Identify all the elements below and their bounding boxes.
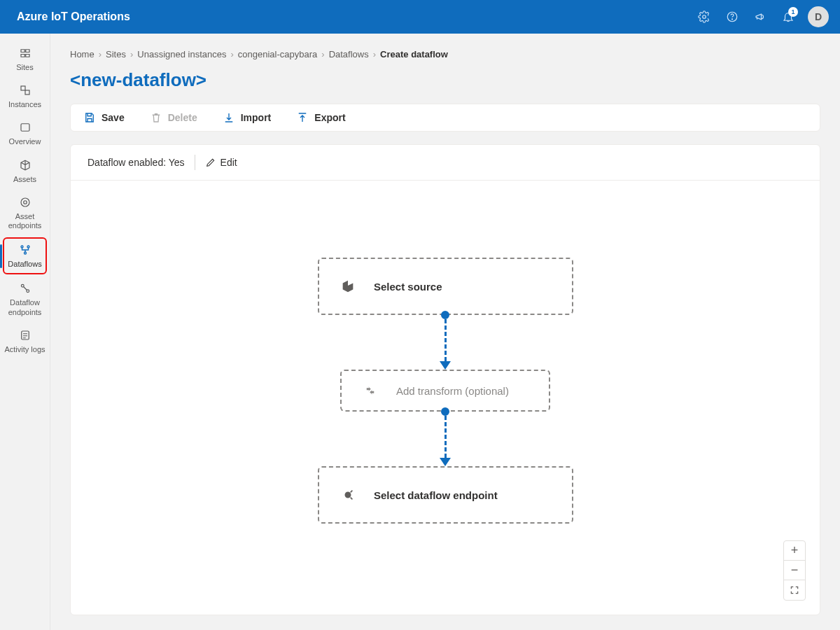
toolbar: Save Delete Import Export (70, 104, 820, 132)
svg-point-12 (26, 290, 29, 293)
edit-button[interactable]: Edit (205, 157, 237, 168)
sidebar-item-label: Dataflows (8, 260, 41, 269)
breadcrumb-link[interactable]: congenial-capybara (238, 49, 317, 59)
connector (440, 412, 451, 466)
cube-icon (340, 279, 356, 294)
svg-point-10 (24, 252, 26, 254)
gear-icon (698, 10, 710, 23)
breadcrumb-current: Create dataflow (380, 49, 448, 59)
sidebar-item-sites[interactable]: Sites (0, 41, 50, 78)
fit-icon (790, 585, 799, 595)
notifications-button[interactable]: 1 (774, 3, 802, 31)
sidebar-item-asset-endpoints[interactable]: Asset endpoints (0, 190, 50, 236)
sidebar-item-activity-logs[interactable]: Activity logs (0, 323, 50, 360)
sidebar-item-label: Dataflow endpoints (3, 298, 47, 316)
settings-button[interactable] (690, 3, 718, 31)
delete-button: Delete (150, 111, 197, 124)
sidebar-item-dataflows[interactable]: Dataflows (3, 237, 47, 274)
svg-point-6 (23, 201, 27, 204)
top-bar: Azure IoT Operations 1 D (0, 0, 840, 34)
node-label: Add transform (optional) (396, 385, 509, 397)
select-source-node[interactable]: Select source (318, 258, 573, 315)
sidebar: Sites Instances Overview Assets Asset en… (0, 34, 50, 630)
page-title: <new-dataflow> (70, 69, 820, 91)
overview-icon (18, 120, 32, 134)
sidebar-item-assets[interactable]: Assets (0, 153, 50, 190)
svg-rect-3 (21, 86, 25, 90)
svg-point-7 (21, 198, 29, 206)
sidebar-item-dataflow-endpoints[interactable]: Dataflow endpoints (0, 276, 50, 322)
product-name: Azure IoT Operations (17, 10, 690, 23)
svg-point-0 (703, 15, 706, 19)
sidebar-item-label: Assets (13, 175, 36, 184)
zoom-controls: + − (783, 540, 806, 601)
megaphone-icon (754, 10, 766, 23)
svg-point-9 (27, 246, 29, 248)
asset-endpoints-icon (18, 195, 32, 209)
help-icon (726, 10, 738, 23)
zoom-fit-button[interactable] (784, 580, 805, 600)
zoom-in-button[interactable]: + (784, 541, 805, 561)
help-button[interactable] (718, 3, 746, 31)
breadcrumb: Home› Sites› Unassigned instances› conge… (70, 49, 820, 59)
sites-icon (18, 46, 32, 60)
import-button[interactable]: Import (223, 111, 272, 124)
pencil-icon (205, 157, 216, 168)
avatar[interactable]: D (808, 6, 829, 27)
dataflow-endpoints-icon (18, 281, 32, 295)
sidebar-item-label: Overview (9, 137, 41, 146)
feedback-button[interactable] (746, 3, 774, 31)
breadcrumb-link[interactable]: Dataflows (329, 49, 369, 59)
select-endpoint-node[interactable]: Select dataflow endpoint (318, 466, 573, 524)
sidebar-item-label: Activity logs (4, 345, 45, 354)
breadcrumb-link[interactable]: Home (70, 49, 94, 59)
endpoint-icon (340, 487, 356, 503)
svg-rect-5 (21, 124, 29, 132)
export-button[interactable]: Export (296, 111, 345, 124)
save-button[interactable]: Save (83, 111, 125, 124)
dataflow-enabled-label: Dataflow enabled: Yes (88, 157, 185, 168)
activity-logs-icon (18, 328, 32, 342)
zoom-out-button[interactable]: − (784, 561, 805, 580)
dataflow-canvas[interactable]: Select source Add transform (optional) (71, 181, 820, 615)
download-icon (223, 111, 235, 124)
sidebar-item-label: Sites (16, 63, 33, 72)
sidebar-item-label: Instances (8, 100, 41, 109)
svg-point-11 (21, 285, 24, 288)
dataflow-canvas-card: Dataflow enabled: Yes Edit Select source (70, 144, 820, 615)
transform-icon (363, 383, 378, 398)
breadcrumb-link[interactable]: Unassigned instances (137, 49, 226, 59)
save-icon (83, 111, 96, 124)
node-label: Select source (374, 281, 442, 293)
notification-badge: 1 (788, 7, 798, 17)
main-content: Home› Sites› Unassigned instances› conge… (50, 34, 840, 630)
node-label: Select dataflow endpoint (374, 489, 498, 501)
sidebar-item-label: Asset endpoints (3, 212, 47, 230)
upload-icon (296, 111, 309, 124)
connector (440, 315, 451, 370)
svg-rect-4 (25, 90, 29, 94)
sidebar-item-instances[interactable]: Instances (0, 78, 50, 115)
sidebar-item-overview[interactable]: Overview (0, 115, 50, 152)
svg-point-2 (732, 19, 733, 20)
dataflow-enabled-bar: Dataflow enabled: Yes Edit (71, 145, 820, 181)
trash-icon (150, 111, 162, 124)
instances-icon (18, 83, 32, 97)
breadcrumb-link[interactable]: Sites (106, 49, 126, 59)
add-transform-node[interactable]: Add transform (optional) (340, 370, 550, 412)
svg-point-14 (345, 492, 350, 497)
dataflows-icon (18, 243, 32, 257)
svg-point-8 (21, 246, 23, 248)
assets-icon (18, 158, 32, 172)
